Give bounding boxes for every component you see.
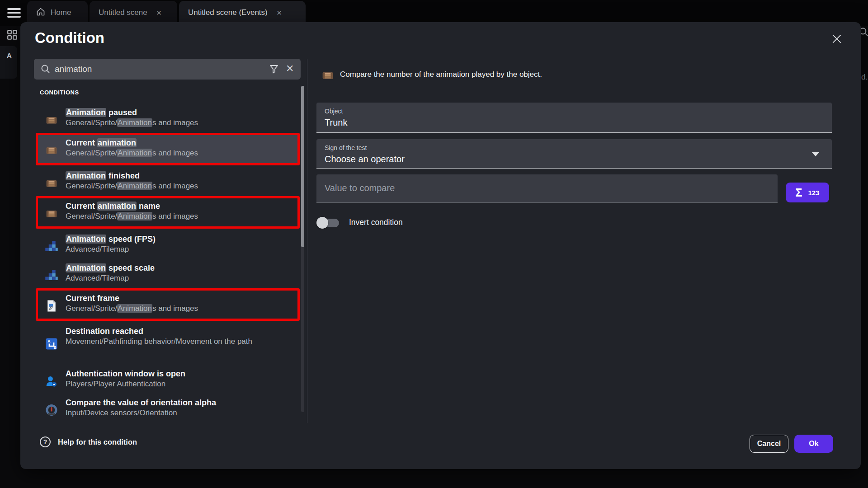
home-icon xyxy=(36,7,45,19)
tab-label: Untitled scene xyxy=(99,8,147,17)
list-scrollbar-thumb[interactable] xyxy=(301,86,304,247)
sigma-icon: Σ xyxy=(795,186,802,199)
condition-list-item[interactable]: ABDestination reachedMovement/Pathfindin… xyxy=(36,323,300,363)
dialog-title: Condition xyxy=(35,29,104,47)
object-field-label: Object xyxy=(325,108,343,115)
condition-list-item-annotated[interactable]: Current animation nameGeneral/Sprite/Ani… xyxy=(36,196,300,229)
value-to-compare-input[interactable]: Value to compare xyxy=(316,174,778,203)
filter-icon[interactable] xyxy=(269,63,279,77)
background-panel-letter: A xyxy=(7,52,12,59)
condition-path: General/Sprite/Animations and images xyxy=(66,118,297,128)
operator-field-value: Choose an operator xyxy=(325,154,405,164)
object-field[interactable]: Object Trunk xyxy=(316,103,832,133)
pathfinding-icon: AB xyxy=(45,337,58,351)
condition-path: General/Sprite/Animations and images xyxy=(66,148,295,158)
search-icon xyxy=(40,64,51,76)
condition-list-item[interactable]: Compare the value of orientation alphaIn… xyxy=(36,394,300,418)
svg-text:B: B xyxy=(53,345,56,350)
expression-editor-button[interactable]: Σ 123 xyxy=(786,183,829,202)
condition-title: Animation speed scale xyxy=(66,263,297,273)
tab-label: Untitled scene (Events) xyxy=(188,8,268,17)
tilemap-icon xyxy=(45,269,58,282)
condition-path: General/Sprite/Animations and images xyxy=(66,181,297,191)
sprite-animation-icon xyxy=(321,69,332,80)
search-input[interactable] xyxy=(55,59,263,80)
cancel-button[interactable]: Cancel xyxy=(750,435,788,453)
operator-select[interactable]: Sign of the test Choose an operator xyxy=(316,139,832,169)
condition-path: General/Sprite/Animations and images xyxy=(66,304,295,314)
svg-text:A: A xyxy=(47,339,51,343)
player-authentication-icon xyxy=(45,375,58,388)
background-panel-fragment xyxy=(0,46,17,79)
invert-condition-toggle[interactable] xyxy=(316,216,348,229)
close-dialog-icon[interactable] xyxy=(829,31,844,47)
condition-title: Compare the value of orientation alpha xyxy=(66,398,297,408)
invert-condition-row: Invert condition xyxy=(316,215,403,230)
object-field-value: Trunk xyxy=(325,117,347,128)
tab-untitled-scene-events[interactable]: Untitled scene (Events) × xyxy=(179,1,306,24)
close-tab-icon[interactable]: × xyxy=(156,8,162,17)
help-icon: ? xyxy=(40,436,51,447)
condition-title: Animation speed (FPS) xyxy=(66,234,297,244)
tab-label: Home xyxy=(51,8,71,17)
condition-list-item-annotated[interactable]: Current frameGeneral/Sprite/Animations a… xyxy=(36,288,300,321)
numbers-icon: 123 xyxy=(808,189,819,197)
orientation-icon xyxy=(45,404,58,417)
tilemap-icon xyxy=(45,240,58,253)
close-tab-icon[interactable]: × xyxy=(277,8,282,17)
tab-home[interactable]: Home xyxy=(27,1,88,24)
condition-list-item[interactable]: Authentication window is openPlayers/Pla… xyxy=(36,365,300,392)
condition-path: Advanced/Tilemap xyxy=(66,273,297,283)
condition-path: General/Sprite/Animations and images xyxy=(66,211,295,221)
condition-path: Input/Device sensors/Orientation xyxy=(66,408,297,418)
truncated-background-text: d... xyxy=(861,73,868,82)
condition-list-item-annotated[interactable]: Current animationGeneral/Sprite/Animatio… xyxy=(36,133,300,165)
clear-search-icon[interactable]: ✕ xyxy=(286,62,294,75)
conditions-list: Animation pausedGeneral/Sprite/Animation… xyxy=(36,104,300,418)
condition-search-box: ✕ xyxy=(34,59,301,80)
invert-condition-label: Invert condition xyxy=(349,218,403,227)
help-label: Help for this condition xyxy=(58,438,137,446)
value-field-placeholder: Value to compare xyxy=(325,183,395,193)
condition-title: Animation paused xyxy=(66,108,297,118)
condition-title: Current animation xyxy=(66,138,295,148)
sprite-animation-icon xyxy=(45,144,58,157)
condition-title: Current animation name xyxy=(66,201,295,211)
list-scrollbar-track xyxy=(301,86,304,412)
objects-grid-icon[interactable] xyxy=(6,29,18,42)
sprite-animation-icon xyxy=(45,113,58,127)
current-frame-icon xyxy=(45,299,58,313)
condition-dialog: Condition ✕ CONDITIONS Animation pausedG… xyxy=(20,22,861,469)
hamburger-menu-icon[interactable] xyxy=(7,8,21,18)
operator-field-label: Sign of the test xyxy=(325,144,367,151)
condition-list-item[interactable]: Animation pausedGeneral/Sprite/Animation… xyxy=(36,104,300,131)
help-link[interactable]: ? Help for this condition xyxy=(40,436,137,447)
condition-title: Destination reached xyxy=(66,326,270,337)
condition-path: Movement/Pathfinding behavior/Movement o… xyxy=(66,337,270,347)
condition-path: Players/Player Authentication xyxy=(66,379,297,389)
condition-title: Animation finished xyxy=(66,171,297,181)
condition-list-item[interactable]: Animation speed scaleAdvanced/Tilemap xyxy=(36,259,300,286)
condition-title: Authentication window is open xyxy=(66,369,297,379)
condition-list-item[interactable]: Animation speed (FPS)Advanced/Tilemap xyxy=(36,230,300,258)
condition-title: Current frame xyxy=(66,293,295,304)
chevron-down-icon xyxy=(812,152,819,156)
sprite-animation-icon xyxy=(45,177,58,190)
list-section-header: CONDITIONS xyxy=(40,89,79,96)
panel-divider xyxy=(307,59,307,423)
condition-path: Advanced/Tilemap xyxy=(66,244,297,254)
condition-description: Compare the number of the animation play… xyxy=(340,70,542,79)
condition-list-item[interactable]: Animation finishedGeneral/Sprite/Animati… xyxy=(36,167,300,194)
tab-untitled-scene[interactable]: Untitled scene × xyxy=(90,1,177,24)
ok-button[interactable]: Ok xyxy=(794,435,833,453)
sprite-animation-icon xyxy=(45,207,58,221)
